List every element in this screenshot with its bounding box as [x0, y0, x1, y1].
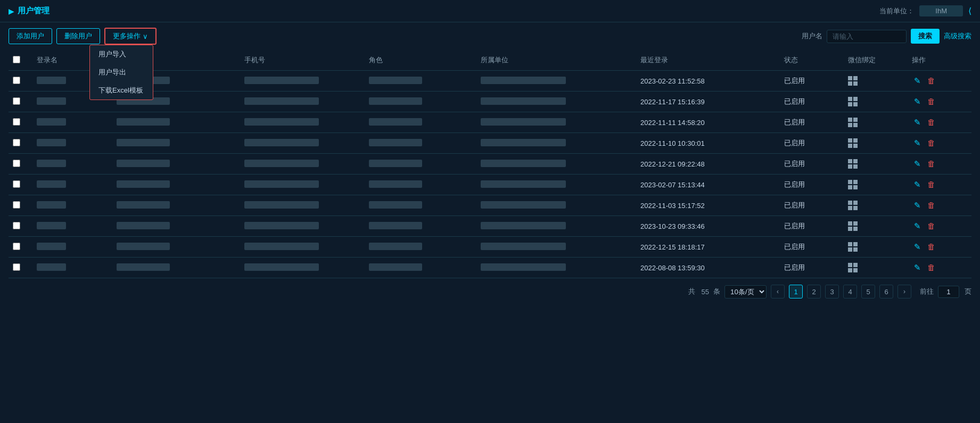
edit-button[interactable]: ✎: [912, 76, 923, 86]
row-role: [365, 175, 476, 195]
row-role: [365, 216, 476, 237]
row-last-login: 2023-02-07 15:13:44: [636, 175, 780, 195]
row-phone: [240, 237, 365, 258]
row-unit: [476, 112, 636, 133]
row-name: [112, 154, 240, 175]
next-page-button[interactable]: ›: [897, 285, 911, 298]
row-wechat: [844, 195, 908, 216]
page-btn-2[interactable]: 2: [807, 285, 821, 298]
dropdown-template[interactable]: 下载Excel模板: [90, 81, 153, 99]
row-phone: [240, 112, 365, 133]
edit-button[interactable]: ✎: [912, 180, 923, 189]
row-status: 已启用: [780, 216, 844, 237]
unit-toggle-button[interactable]: ⟨: [968, 6, 971, 16]
row-last-login: 2022-08-08 13:59:30: [636, 258, 780, 278]
row-phone: [240, 216, 365, 237]
delete-user-button[interactable]: 删除用户: [56, 28, 100, 44]
row-checkbox[interactable]: [13, 77, 20, 84]
more-actions-button[interactable]: 更多操作 ∨: [104, 28, 157, 45]
row-checkbox[interactable]: [13, 180, 20, 188]
search-input[interactable]: [827, 30, 907, 43]
row-phone: [240, 133, 365, 154]
table-row: 2022-11-11 14:58:20 已启用 ✎ 🗑: [9, 112, 971, 133]
per-page-select[interactable]: 10条/页 20条/页 50条/页: [724, 285, 767, 298]
row-unit: [476, 154, 636, 175]
add-user-button[interactable]: 添加用户: [9, 28, 52, 44]
page-btn-5[interactable]: 5: [861, 285, 875, 298]
select-all-checkbox[interactable]: [13, 56, 20, 63]
row-status: 已启用: [780, 175, 844, 195]
delete-button[interactable]: 🗑: [925, 242, 937, 251]
row-checkbox-cell: [9, 154, 32, 175]
row-wechat: [844, 216, 908, 237]
delete-button[interactable]: 🗑: [925, 221, 937, 230]
edit-button[interactable]: ✎: [912, 159, 923, 169]
delete-button[interactable]: 🗑: [925, 201, 937, 210]
row-role: [365, 92, 476, 112]
edit-button[interactable]: ✎: [912, 242, 923, 252]
delete-button[interactable]: 🗑: [925, 118, 937, 127]
total-count: 55: [702, 288, 709, 296]
row-role: [365, 133, 476, 154]
row-actions: ✎ 🗑: [908, 175, 971, 195]
row-status: 已启用: [780, 133, 844, 154]
edit-button[interactable]: ✎: [912, 201, 923, 210]
more-actions-dropdown: 用户导入 用户导出 下载Excel模板: [89, 45, 153, 100]
row-unit: [476, 92, 636, 112]
page-btn-4[interactable]: 4: [843, 285, 857, 298]
row-checkbox-cell: [9, 175, 32, 195]
dropdown-export[interactable]: 用户导出: [90, 63, 153, 81]
search-button[interactable]: 搜索: [911, 29, 940, 44]
search-label: 用户名: [802, 31, 822, 41]
row-wechat: [844, 237, 908, 258]
row-checkbox[interactable]: [13, 201, 20, 209]
edit-button[interactable]: ✎: [912, 263, 923, 272]
search-area: 用户名 搜索 高级搜索: [802, 29, 971, 44]
page-btn-1[interactable]: 1: [789, 285, 803, 298]
row-checkbox[interactable]: [13, 118, 20, 126]
delete-button[interactable]: 🗑: [925, 76, 937, 85]
prev-page-button[interactable]: ‹: [771, 285, 785, 298]
row-unit: [476, 216, 636, 237]
delete-button[interactable]: 🗑: [925, 159, 937, 168]
row-phone: [240, 71, 365, 92]
row-phone: [240, 175, 365, 195]
row-status: 已启用: [780, 195, 844, 216]
toolbar: 添加用户 删除用户 更多操作 ∨ 用户导入 用户导出 下载Excel模板 用户名…: [0, 22, 980, 50]
advanced-search-button[interactable]: 高级搜索: [944, 31, 971, 41]
edit-button[interactable]: ✎: [912, 118, 923, 127]
row-checkbox-cell: [9, 133, 32, 154]
row-status: 已启用: [780, 258, 844, 278]
table-row: 2022-12-21 09:22:48 已启用 ✎ 🗑: [9, 154, 971, 175]
row-name: [112, 195, 240, 216]
delete-button[interactable]: 🗑: [925, 97, 937, 106]
row-login: [32, 133, 112, 154]
edit-button[interactable]: ✎: [912, 221, 923, 231]
edit-button[interactable]: ✎: [912, 97, 923, 106]
row-checkbox[interactable]: [13, 139, 20, 146]
row-last-login: 2022-12-21 09:22:48: [636, 154, 780, 175]
row-name: [112, 112, 240, 133]
goto-page-input[interactable]: [938, 286, 959, 298]
delete-button[interactable]: 🗑: [925, 180, 937, 189]
row-unit: [476, 237, 636, 258]
dropdown-import[interactable]: 用户导入: [90, 45, 153, 63]
row-checkbox[interactable]: [13, 222, 20, 229]
row-role: [365, 112, 476, 133]
row-checkbox[interactable]: [13, 263, 20, 271]
table-row: 2022-12-15 18:18:17 已启用 ✎ 🗑: [9, 237, 971, 258]
delete-button[interactable]: 🗑: [925, 138, 937, 147]
header-last-login: 最近登录: [636, 50, 780, 71]
row-actions: ✎ 🗑: [908, 71, 971, 92]
row-checkbox[interactable]: [13, 160, 20, 167]
page-btn-6[interactable]: 6: [879, 285, 893, 298]
row-checkbox[interactable]: [13, 243, 20, 250]
row-unit: [476, 195, 636, 216]
row-last-login: 2022-11-17 15:16:39: [636, 92, 780, 112]
edit-button[interactable]: ✎: [912, 138, 923, 148]
delete-button[interactable]: 🗑: [925, 263, 937, 272]
row-unit: [476, 71, 636, 92]
page-btn-3[interactable]: 3: [825, 285, 839, 298]
row-checkbox[interactable]: [13, 97, 20, 105]
row-phone: [240, 258, 365, 278]
